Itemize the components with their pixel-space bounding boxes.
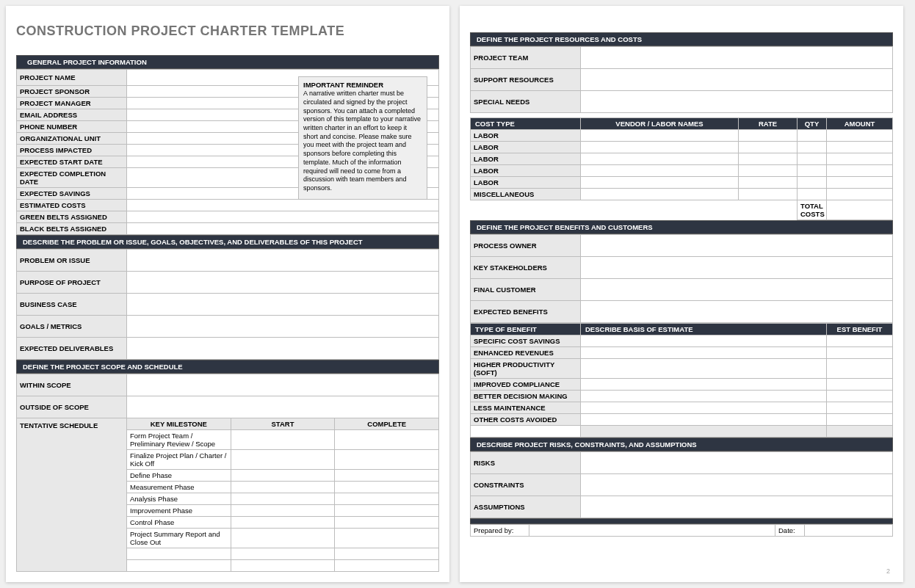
basis-cell[interactable]	[581, 359, 827, 379]
milestone-complete[interactable]	[335, 505, 439, 517]
field-value[interactable]	[127, 272, 439, 294]
milestone-start[interactable]	[231, 505, 335, 517]
prepared-by-value[interactable]	[529, 525, 775, 537]
vendor-cell[interactable]	[581, 142, 739, 153]
qty-cell[interactable]	[798, 142, 827, 153]
document-title: CONSTRUCTION PROJECT CHARTER TEMPLATE	[16, 23, 439, 39]
vendor-cell[interactable]	[581, 165, 739, 177]
field-value[interactable]	[127, 396, 439, 418]
milestone-complete[interactable]	[335, 482, 439, 493]
basis-cell[interactable]	[581, 379, 827, 391]
basis-cell[interactable]	[581, 335, 827, 347]
field-value[interactable]	[127, 250, 439, 272]
rate-cell[interactable]	[739, 189, 798, 200]
qty-cell[interactable]	[798, 165, 827, 177]
milestone-name[interactable]: Improvement Phase	[127, 505, 231, 517]
milestone-start[interactable]	[231, 493, 335, 505]
milestone-name[interactable]: Define Phase	[127, 470, 231, 482]
milestone-name[interactable]: Finalize Project Plan / Charter / Kick O…	[127, 450, 231, 470]
basis-cell[interactable]	[581, 347, 827, 359]
qty-cell[interactable]	[798, 189, 827, 200]
amount-cell[interactable]	[827, 130, 893, 142]
vendor-cell[interactable]	[581, 130, 739, 142]
field-value[interactable]	[581, 301, 893, 323]
field-value[interactable]	[127, 316, 439, 338]
est-cell[interactable]	[827, 426, 893, 438]
est-cell[interactable]	[827, 402, 893, 414]
milestone-complete[interactable]	[335, 450, 439, 470]
page-1: CONSTRUCTION PROJECT CHARTER TEMPLATE GE…	[6, 6, 449, 582]
field-value[interactable]	[581, 69, 893, 91]
field-value[interactable]	[581, 496, 893, 518]
qty-cell[interactable]	[798, 177, 827, 189]
field-value[interactable]	[127, 374, 439, 396]
field-value[interactable]	[127, 294, 439, 316]
field-value[interactable]	[581, 452, 893, 474]
rate-cell[interactable]	[739, 142, 798, 153]
field-value[interactable]	[581, 474, 893, 496]
milestone-name[interactable]: Measurement Phase	[127, 482, 231, 493]
field-value[interactable]	[581, 91, 893, 113]
est-cell[interactable]	[827, 347, 893, 359]
page-number: 2	[886, 567, 890, 575]
amount-cell[interactable]	[827, 153, 893, 165]
vendor-cell[interactable]	[581, 189, 739, 200]
milestone-start[interactable]	[231, 548, 335, 560]
milestone-start[interactable]	[231, 470, 335, 482]
benefit-label-blank[interactable]	[471, 426, 581, 438]
field-value[interactable]	[127, 223, 439, 235]
milestone-complete[interactable]	[335, 548, 439, 560]
milestone-name[interactable]	[127, 560, 231, 572]
vendor-cell[interactable]	[581, 177, 739, 189]
amount-cell[interactable]	[827, 165, 893, 177]
basis-cell[interactable]	[581, 402, 827, 414]
total-costs-value[interactable]	[827, 200, 893, 220]
est-cell[interactable]	[827, 359, 893, 379]
milestone-name[interactable]: Project Summary Report and Close Out	[127, 529, 231, 548]
basis-cell[interactable]	[581, 414, 827, 426]
milestone-start[interactable]	[231, 430, 335, 450]
field-value[interactable]	[581, 47, 893, 69]
qty-cell[interactable]	[798, 130, 827, 142]
milestone-start[interactable]	[231, 517, 335, 529]
basis-cell[interactable]	[581, 391, 827, 402]
milestone-name[interactable]	[127, 548, 231, 560]
milestone-start[interactable]	[231, 529, 335, 548]
cost-label: LABOR	[471, 142, 581, 153]
rate-cell[interactable]	[739, 165, 798, 177]
milestone-complete[interactable]	[335, 517, 439, 529]
amount-cell[interactable]	[827, 189, 893, 200]
milestone-complete[interactable]	[335, 493, 439, 505]
milestone-name[interactable]: Analysis Phase	[127, 493, 231, 505]
milestone-complete[interactable]	[335, 470, 439, 482]
benefit-label: ENHANCED REVENUES	[471, 347, 581, 359]
milestone-start[interactable]	[231, 482, 335, 493]
est-cell[interactable]	[827, 414, 893, 426]
milestone-complete[interactable]	[335, 560, 439, 572]
basis-cell[interactable]	[581, 426, 827, 438]
est-cell[interactable]	[827, 335, 893, 347]
field-value[interactable]	[581, 257, 893, 279]
est-cell[interactable]	[827, 379, 893, 391]
vendor-cell[interactable]	[581, 153, 739, 165]
milestone-name[interactable]: Form Project Team / Preliminary Review /…	[127, 430, 231, 450]
milestone-start[interactable]	[231, 560, 335, 572]
field-value[interactable]	[581, 279, 893, 301]
milestone-start[interactable]	[231, 450, 335, 470]
rate-cell[interactable]	[739, 177, 798, 189]
amount-cell[interactable]	[827, 177, 893, 189]
field-value[interactable]	[127, 338, 439, 360]
field-value[interactable]	[127, 211, 439, 223]
milestone-complete[interactable]	[335, 430, 439, 450]
est-cell[interactable]	[827, 391, 893, 402]
milestone-name[interactable]: Control Phase	[127, 517, 231, 529]
rate-cell[interactable]	[739, 130, 798, 142]
field-value[interactable]	[581, 235, 893, 257]
milestone-complete[interactable]	[335, 529, 439, 548]
date-value[interactable]	[805, 525, 893, 537]
rate-cell[interactable]	[739, 153, 798, 165]
qty-cell[interactable]	[798, 153, 827, 165]
field-label: EMAIL ADDRESS	[17, 109, 127, 121]
field-value[interactable]	[127, 200, 439, 211]
amount-cell[interactable]	[827, 142, 893, 153]
